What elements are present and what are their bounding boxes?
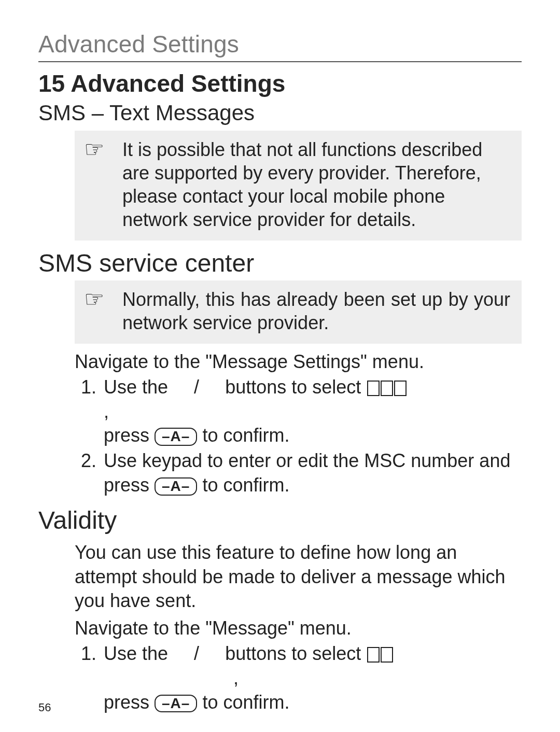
list-item: Use the / buttons to select , press –A– … [102,375,522,448]
step-fragment: press [104,692,149,713]
hand-point-icon: ☞ [84,138,110,161]
validity-intro: You can use this feature to deﬁne how lo… [75,541,522,613]
list-item: Use keypad to enter or edit the MSC numb… [102,449,522,498]
step-fragment: to conﬁrm. [202,692,289,713]
instruction-intro: Navigate to the "Message" menu. [75,616,522,641]
step-fragment: , [233,667,239,688]
note-preset: ☞ Normally, this has already been set up… [75,280,522,344]
placeholder-box [367,647,380,663]
section-service-center: SMS service center [38,249,522,277]
note-text: It is possible that not all functions de… [122,138,510,231]
step-fragment: / [194,643,199,664]
running-head: Advanced Settings [38,30,522,58]
page-number: 56 [38,701,51,714]
list-item: Use the / buttons to select , press –A– … [102,642,522,714]
step-fragment: Use the [104,376,168,398]
step-fragment: , [104,401,109,422]
header-rule [38,61,522,62]
hand-point-icon: ☞ [84,288,110,311]
step-fragment: to conﬁrm. [202,474,289,496]
placeholder-box [381,647,393,663]
validity-body: You can use this feature to deﬁne how lo… [75,541,522,715]
step-fragment: press [104,425,149,446]
placeholder-box [381,381,393,396]
chapter-title: 15 Advanced Settings [38,69,522,97]
step-fragment: to conﬁrm. [202,425,289,446]
validity-steps: Use the / buttons to select , press –A– … [75,642,522,714]
step-fragment: buttons to select [225,376,361,398]
key-a-icon: –A– [155,428,197,446]
key-a-icon: –A– [155,477,197,496]
key-a-icon: –A– [155,695,197,713]
service-center-body: Navigate to the "Message Settings" menu.… [75,350,522,498]
note-text: Normally, this has already been set up b… [122,288,510,334]
placeholder-box [367,381,380,396]
step-fragment: buttons to select [225,643,361,664]
placeholder-box [394,381,407,396]
section-sms: SMS – Text Messages [38,101,522,125]
service-center-steps: Use the / buttons to select , press –A– … [75,375,522,498]
note-provider: ☞ It is possible that not all functions … [75,131,522,241]
instruction-intro: Navigate to the "Message Settings" menu. [75,350,522,374]
step-fragment: Use the [104,643,168,664]
manual-page: Advanced Settings 15 Advanced Settings S… [0,0,560,732]
section-validity: Validity [38,506,522,534]
step-fragment: / [194,376,199,398]
